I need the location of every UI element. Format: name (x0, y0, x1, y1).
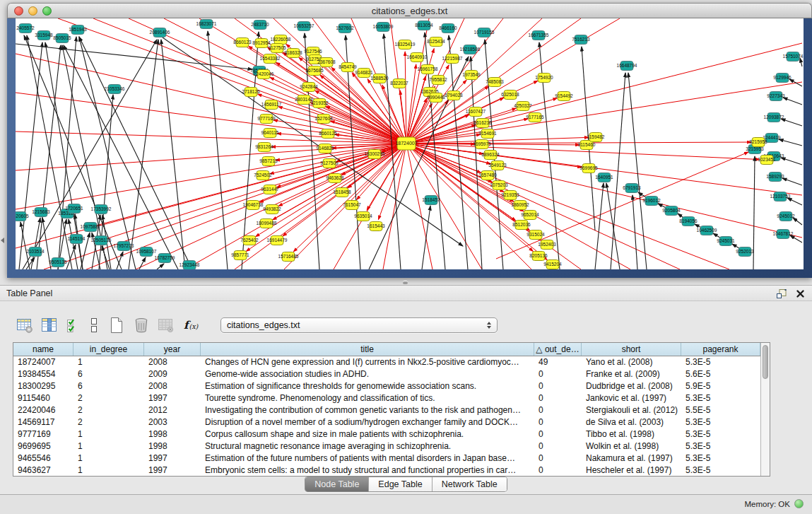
tab-node-table[interactable]: Node Table (305, 477, 369, 491)
graph-node-label: 2367608 (317, 59, 336, 64)
select-columns-icon[interactable] (65, 316, 81, 334)
graph-node-label: 16640910 (407, 54, 428, 59)
table-row[interactable]: 1938455462009Genome-wide association stu… (13, 368, 760, 380)
graph-node-label: 10719155 (474, 30, 495, 35)
table-row[interactable]: 2242004622012Investigating the contribut… (13, 404, 760, 416)
table-body[interactable]: 1872400712008Changes of HCN gene express… (13, 356, 760, 477)
function-builder-icon[interactable]: f (x) (182, 316, 200, 334)
row-height-icon[interactable] (87, 316, 101, 334)
graph-node-label: 9205804 (662, 208, 681, 213)
graph-node-label: 16648794 (617, 63, 637, 68)
graph-node-label: 3215953 (746, 146, 764, 151)
table-cell: 49 (534, 356, 582, 368)
graph-node-label: 9640115 (261, 130, 279, 135)
new-document-icon[interactable] (107, 316, 126, 334)
tab-edge-table[interactable]: Edge Table (369, 477, 432, 491)
table-selector-dropdown[interactable]: citations_edges.txt (220, 317, 498, 333)
graph-node-label: 8215958 (749, 139, 767, 144)
table-cell: Investigating the contribution of common… (201, 404, 534, 416)
table-cell: 5.3E-5 (681, 452, 760, 465)
table-cell: 18724007 (13, 356, 73, 368)
graph-node-label: 9127546 (304, 49, 322, 54)
graph-node-label: 6896324 (481, 152, 500, 157)
graph-node-label: 10462509 (697, 228, 717, 233)
network-canvas[interactable]: 2405572331594885050151851943208914061682… (16, 18, 804, 269)
graph-node-label: 8912954 (252, 40, 271, 45)
graph-node-label: 11607427 (466, 109, 486, 114)
column-header[interactable]: year (144, 343, 201, 356)
table-cell: de Silva et al. (2003) (582, 416, 681, 428)
graph-node-label: 8454749 (339, 64, 357, 69)
graph-node-label: 10975887 (81, 224, 101, 229)
graph-node-label: 9196012 (642, 198, 661, 203)
graph-node-label: 1860952 (511, 202, 529, 207)
graph-node-label: 12103753 (770, 194, 791, 199)
graph-node-label: 17353992 (91, 206, 112, 211)
graph-node-label: 9505135 (49, 259, 67, 264)
graph-node-label: 8505015 (53, 35, 71, 40)
table-cell: 0 (534, 404, 582, 416)
table-cell: 2003 (144, 416, 201, 428)
graph-node-label: 16961758 (418, 66, 438, 71)
table-cell: 5.5E-5 (681, 404, 760, 416)
table-row[interactable]: 946554611997Estimation of the future num… (13, 452, 760, 465)
table-cell: 9777169 (13, 428, 73, 440)
column-header[interactable]: in_degree (73, 343, 144, 356)
graph-node-label: 10467812 (773, 231, 794, 236)
graph-node-label: 3675685 (305, 68, 324, 73)
float-window-icon[interactable] (776, 288, 787, 298)
table-cell: Dudbridge et al. (2008) (582, 380, 681, 392)
dropdown-arrows-icon (487, 322, 491, 329)
table-row[interactable]: 1456911722003Disruption of a novel membe… (13, 416, 760, 428)
delete-icon[interactable] (132, 316, 151, 334)
graph-node-label: 6794028 (445, 93, 463, 98)
graph-node-label: 1615443 (367, 223, 385, 228)
close-icon[interactable] (796, 289, 805, 298)
collapse-arrow[interactable] (1, 238, 4, 243)
graph-node-label: 1215683 (32, 209, 50, 214)
graph-node-label: 8466160 (439, 25, 457, 30)
scrollbar-thumb[interactable] (763, 345, 768, 379)
table-row[interactable]: 946362711997Embryonic stem cells: a mode… (13, 465, 760, 477)
column-view-icon[interactable] (40, 316, 59, 334)
table-vertical-scrollbar[interactable] (760, 343, 770, 476)
split-pane-grip[interactable] (403, 281, 408, 284)
graph-node-label: 1616236 (473, 120, 492, 125)
graph-node-label: 9129946 (773, 75, 792, 80)
column-header[interactable]: pagerank (681, 343, 760, 356)
graph-node-label: 9831264 (255, 144, 273, 149)
table-cell: 19384554 (13, 368, 73, 380)
table-cell: 18300295 (13, 380, 73, 392)
table-settings-icon[interactable] (16, 316, 34, 334)
table-cell: Wolkin et al. (1998) (582, 440, 681, 452)
table-row[interactable]: 977716911998Corpus callosum shape and si… (13, 428, 760, 440)
window-titlebar[interactable]: citations_edges.txt (7, 3, 812, 18)
table-row[interactable]: 969969511998Structural magnetic resonanc… (13, 440, 760, 452)
table-toolbar: f (x) citations_edges.txt (16, 314, 498, 337)
table-row[interactable]: 911546021997Tourette syndrome. Phenomeno… (13, 392, 760, 404)
table-cell: 2 (73, 404, 144, 416)
column-header[interactable]: △ out_de… (534, 343, 582, 356)
tab-network-table[interactable]: Network Table (433, 477, 507, 491)
column-header[interactable]: name (13, 343, 73, 356)
graph-node-label: 2103514 (26, 249, 45, 254)
graph-node-label: 12215987 (442, 56, 463, 61)
table-selector-value: citations_edges.txt (227, 320, 483, 330)
table-cell: 1 (73, 465, 144, 477)
graph-node-label: 1527604 (314, 116, 333, 121)
graph-node-label: 2405572 (16, 25, 35, 30)
column-header[interactable]: title (201, 343, 534, 356)
graph-node-label: 20891406 (150, 30, 170, 35)
graph-node-label: 1588520 (370, 76, 389, 81)
network-frame: 2405572331594885050151851943208914061682… (7, 18, 812, 278)
graph-node-label: 15716485 (278, 254, 299, 259)
column-header[interactable]: short (582, 343, 681, 356)
table-row[interactable]: 1872400712008Changes of HCN gene express… (13, 356, 760, 368)
graph-node-label: 8322037 (390, 81, 408, 86)
graph-node-label: 9242844 (300, 84, 318, 89)
graph-node-label: 16914479 (267, 238, 288, 243)
graph-node-label: 9252013 (736, 249, 754, 254)
graph-node-label: 9127505 (268, 45, 286, 50)
table-row[interactable]: 1830029562008Estimation of significance … (13, 380, 760, 392)
table-header-row: namein_degreeyeartitle△ out_de…shortpage… (13, 343, 760, 356)
